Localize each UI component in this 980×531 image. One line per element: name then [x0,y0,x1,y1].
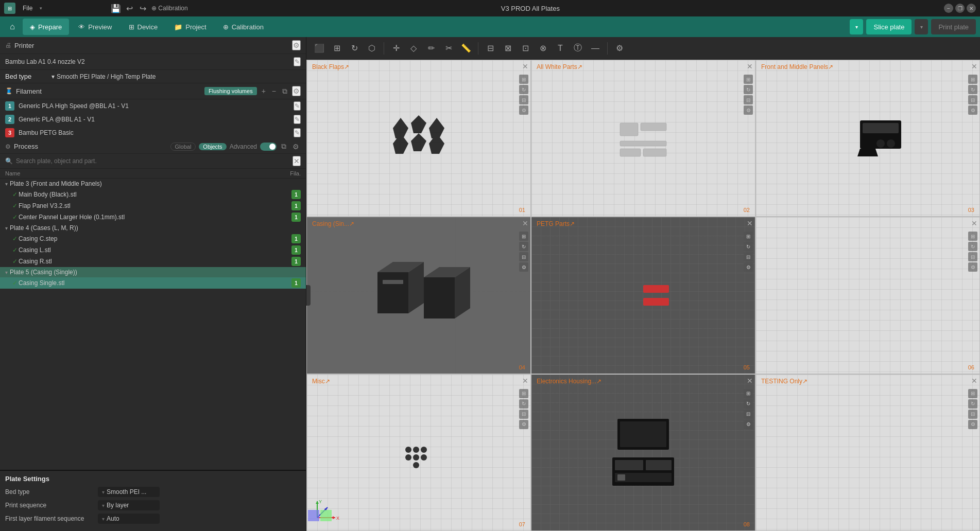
copy-filament-button[interactable]: ⧉ [281,87,289,96]
plate-04-ctrl-4[interactable]: ⚙ [519,262,528,272]
plate-01-ctrl-4[interactable]: ⚙ [519,105,528,115]
slice-dropdown-button[interactable]: ▾ [850,19,863,34]
minimize-button[interactable]: − [944,4,953,13]
tool-shape[interactable]: — [588,41,603,56]
plate-02-ctrl-2[interactable]: ↻ [744,85,753,94]
plate-08-close[interactable]: ✕ [747,377,753,385]
tree-item-flap-panel[interactable]: ✓ Flap Panel V3.2.stl 1 [0,200,306,211]
tree-item-casing-l[interactable]: ✓ Casing L.stl 1 [0,244,306,256]
tool-rotate-view[interactable]: ↻ [347,41,362,56]
plate-02[interactable]: All White Parts↗ 02 ✕ ⊞ ↻ ⊟ ⚙ [531,60,755,217]
tree-area[interactable]: ▾ Plate 3 (Front and Middle Panels) ✓ Ma… [0,179,306,470]
tree-item-main-body[interactable]: ✓ Main Body (Black).stl 1 [0,189,306,200]
plate-02-close[interactable]: ✕ [747,62,753,70]
plate-09-ctrl-3[interactable]: ⊟ [968,410,977,419]
plate-07-close[interactable]: ✕ [522,377,528,385]
tool-cube[interactable]: ⬛ [312,41,327,56]
printer-settings-button[interactable]: ⚙ [292,40,301,50]
tab-global-button[interactable]: Global [170,143,196,151]
filament-1-edit-button[interactable]: ✎ [294,101,301,111]
tab-prepare[interactable]: ◈ Prepare [23,19,69,35]
plate-05-ctrl-3[interactable]: ⊟ [744,252,753,261]
plate-05-close[interactable]: ✕ [747,219,753,227]
plate-03[interactable]: Front and Middle Panels↗ 03 ✕ ⊞ ↻ ⊟ ⚙ [755,60,980,217]
plate-05-ctrl-1[interactable]: ⊞ [744,232,753,241]
plate-09-ctrl-1[interactable]: ⊞ [968,389,977,398]
plate-01-ctrl-2[interactable]: ↻ [519,85,528,94]
plate-02-ctrl-4[interactable]: ⚙ [744,105,753,115]
tree-item-casing-c[interactable]: ✓ Casing C.step 1 [0,233,306,244]
tool-orient[interactable]: ⊠ [500,41,515,56]
bed-type-value[interactable]: ▾ Smooth PEI Plate / High Temp Plate [51,73,156,80]
plate-03-ctrl-3[interactable]: ⊟ [968,95,977,104]
tool-text2[interactable]: Ⓣ [570,41,586,56]
tool-grid[interactable]: ⊞ [329,41,345,56]
print-seq-setting-value[interactable]: ▾ By layer [98,500,160,510]
search-clear-button[interactable]: ✕ [293,156,301,166]
plate-06-ctrl-1[interactable]: ⊞ [968,232,977,241]
close-button[interactable]: ✕ [967,4,976,13]
plate-06-ctrl-2[interactable]: ↻ [968,242,977,251]
printer-edit-button[interactable]: ✎ [294,57,301,66]
filament-2-edit-button[interactable]: ✎ [294,115,301,124]
tab-objects-button[interactable]: Objects [199,143,226,150]
tree-item-casing-r[interactable]: ✓ Casing R.stl 1 [0,256,306,267]
plate-06-ctrl-3[interactable]: ⊟ [968,252,977,261]
plate-01[interactable]: Black Flaps↗ 01 ✕ ⊞ ↻ ⊟ ⚙ [306,60,531,217]
plate-04-ctrl-1[interactable]: ⊞ [519,232,528,241]
flushing-volumes-button[interactable]: Flushing volumes [204,87,257,95]
canvas-area[interactable]: ‹ Black Flaps↗ 01 ✕ ⊞ ↻ ⊟ ⚙ [306,60,980,531]
plate-02-ctrl-1[interactable]: ⊞ [744,75,753,84]
plate-04[interactable]: Casing (Sin...↗ 04 ✕ [306,217,531,374]
tool-support[interactable]: ⊡ [518,41,533,56]
menu-file[interactable]: File [20,4,36,13]
tab-preview[interactable]: 👁 Preview [71,19,119,35]
process-copy-button[interactable]: ⧉ [280,142,288,151]
plate-03-ctrl-1[interactable]: ⊞ [968,75,977,84]
plate-07[interactable]: Misc↗ 07 ✕ ⊞ ↻ ⊟ ⚙ [306,374,531,531]
plate-04-ctrl-3[interactable]: ⊟ [519,252,528,261]
tool-select[interactable]: ◇ [406,41,421,56]
plate-03-close[interactable]: ✕ [971,62,977,70]
tool-settings2[interactable]: ⚙ [612,41,627,56]
tab-project[interactable]: 📁 Project [167,19,213,35]
bed-type-setting-value[interactable]: ▾ Smooth PEI ... [98,487,160,497]
process-settings-button[interactable]: ⚙ [291,143,301,151]
tab-calibration[interactable]: ⊕ Calibration [216,19,271,35]
plate-01-close[interactable]: ✕ [522,62,528,70]
titlebar-redo[interactable]: ↪ [138,4,147,13]
plate-03-ctrl-2[interactable]: ↻ [968,85,977,94]
plate-08-ctrl-3[interactable]: ⊟ [744,410,753,419]
plate-07-ctrl-4[interactable]: ⚙ [519,420,528,429]
print-plate-button[interactable]: Print plate [931,19,976,34]
plate-09-close[interactable]: ✕ [971,377,977,385]
plate-09[interactable]: TESTING Only↗ ✕ ⊞ ↻ ⊟ ⚙ [755,374,980,531]
tree-item-center-panel[interactable]: ✓ Center Pannel Larger Hole (0.1mm).stl … [0,211,306,223]
plate-08[interactable]: Electronics Housing...↗ 08 ✕ ⊞ ↻ ⊟ ⚙ [531,374,755,531]
plate-05-ctrl-2[interactable]: ↻ [744,242,753,251]
plate-09-ctrl-2[interactable]: ↻ [968,399,977,409]
print-dropdown-button[interactable]: ▾ [915,19,928,34]
plate-09-ctrl-4[interactable]: ⚙ [968,420,977,429]
tool-cut[interactable]: ✂ [441,41,456,56]
filament-3-edit-button[interactable]: ✎ [294,128,301,137]
plate-05-ctrl-4[interactable]: ⚙ [744,262,753,272]
plate-08-ctrl-4[interactable]: ⚙ [744,420,753,429]
plate-08-ctrl-2[interactable]: ↻ [744,399,753,409]
tool-seam[interactable]: ⊗ [535,41,551,56]
plate-05[interactable]: PETG Parts↗ 05 ✕ ⊞ ↻ ⊟ ⚙ [531,217,755,374]
tab-device[interactable]: ⊞ Device [122,19,165,35]
titlebar-undo[interactable]: ↩ [125,4,134,13]
tool-move[interactable]: ✛ [388,41,404,56]
tree-item-casing-single[interactable]: ✓ Casing Single.stl 1 [0,277,306,289]
tool-arrange[interactable]: ⊟ [483,41,498,56]
plate-04-close[interactable]: ✕ [522,219,528,227]
tree-group-plate5-header[interactable]: ▾ Plate 5 (Casing (Single)) [0,267,306,277]
plate-03-ctrl-4[interactable]: ⚙ [968,105,977,115]
plate-07-ctrl-3[interactable]: ⊟ [519,410,528,419]
search-input[interactable] [16,157,289,165]
add-filament-button[interactable]: + [260,87,267,95]
plate-06-ctrl-4[interactable]: ⚙ [968,262,977,272]
home-button[interactable]: ⌂ [4,19,21,35]
plate-04-ctrl-2[interactable]: ↻ [519,242,528,251]
